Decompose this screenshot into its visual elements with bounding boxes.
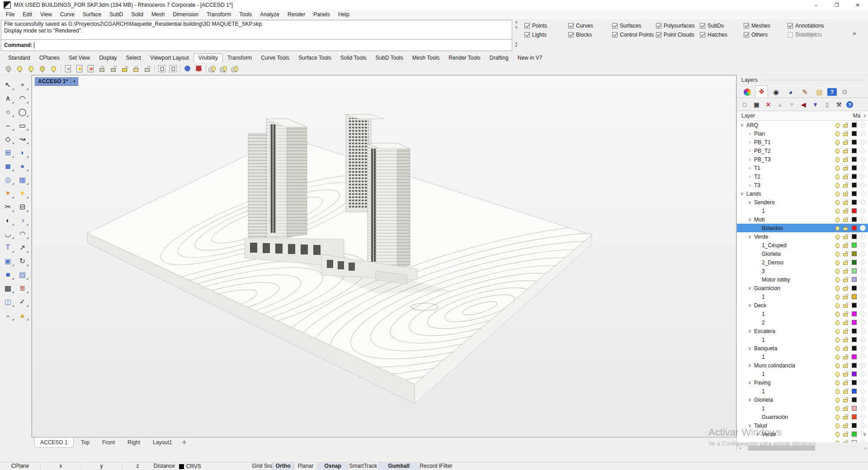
menu-item[interactable]: Curve [56, 10, 79, 19]
layer-visibility-bulb-icon[interactable] [835, 381, 840, 385]
expand-chevron-icon[interactable]: ∨ [746, 303, 753, 308]
layer-visibility-bulb-icon[interactable] [835, 235, 840, 239]
offset-surface-icon[interactable]: ◫ [1, 296, 15, 308]
layer-row[interactable]: 3 [737, 267, 868, 275]
layer-name[interactable]: T2 [753, 174, 835, 180]
layer-visibility-bulb-icon[interactable] [835, 174, 840, 179]
fillet-curve-icon[interactable]: ◡ [1, 228, 15, 240]
expand-chevron-icon[interactable]: ∨ [746, 200, 753, 205]
filter-checkbox[interactable]: Curves [568, 22, 612, 29]
layer-row[interactable]: ∨ ARQ [737, 121, 868, 129]
layer-color-swatch[interactable] [852, 226, 857, 230]
layer-name[interactable]: T1 [753, 165, 835, 171]
lock-objects-icon[interactable] [96, 63, 108, 74]
layer-lock-icon[interactable] [843, 442, 848, 442]
hide-objects-icon[interactable] [3, 63, 14, 74]
layer-color-swatch[interactable] [852, 174, 857, 179]
layer-material-icon[interactable] [860, 328, 866, 334]
spin-down-icon[interactable]: ▼ [515, 45, 518, 48]
layer-material-icon[interactable] [860, 414, 866, 420]
layer-material-icon[interactable] [860, 131, 866, 136]
arc-icon[interactable]: ⌢ [1, 119, 15, 132]
layer-color-swatch[interactable] [852, 183, 857, 188]
layer-help-icon[interactable]: ? [846, 101, 853, 108]
layer-row[interactable]: Bolardos [737, 224, 868, 232]
expand-chevron-icon[interactable]: › [746, 174, 753, 179]
filter-checkbox[interactable]: Surfaces [612, 22, 656, 29]
layer-lock-icon[interactable] [843, 279, 848, 282]
menu-item[interactable]: Transform [203, 10, 235, 19]
layer-row[interactable]: Glorieta [737, 249, 868, 258]
layer-row[interactable]: › T3 [737, 181, 868, 189]
command-input[interactable]: Command: [1, 40, 512, 51]
layer-name[interactable]: 2 [761, 320, 835, 326]
layer-lock-icon[interactable] [843, 399, 848, 402]
layer-material-icon[interactable] [860, 191, 866, 197]
layer-lock-icon[interactable] [843, 348, 848, 351]
text-icon[interactable]: T [1, 241, 15, 254]
layer-name[interactable]: Mob [753, 216, 835, 223]
layer-color-swatch[interactable] [852, 303, 857, 308]
toolbar-tab[interactable]: Visibility [193, 53, 223, 62]
toolbar-tab[interactable]: Display [94, 54, 121, 62]
filter-checkbox[interactable]: Hatches [700, 31, 744, 38]
viewport-tab[interactable]: Top [75, 437, 95, 448]
filter-checkbox[interactable]: Points [524, 22, 568, 29]
layer-row[interactable]: › PB_T3 [737, 155, 868, 164]
layer-visibility-bulb-icon[interactable] [835, 423, 840, 428]
layer-lock-icon[interactable] [843, 408, 848, 411]
checkbox-icon[interactable] [700, 23, 705, 28]
unisolate-objects-icon[interactable] [193, 63, 204, 74]
layer-lock-icon[interactable] [843, 382, 848, 385]
filter-checkbox[interactable]: SubDs [700, 22, 744, 29]
layer-lock-icon[interactable] [843, 253, 848, 256]
layer-color-swatch[interactable] [852, 320, 857, 325]
layer-lock-icon[interactable] [843, 322, 848, 325]
viewport-tab[interactable]: ACCESO 1 [34, 437, 74, 448]
layer-name[interactable]: ARQ [745, 122, 835, 128]
expand-chevron-icon[interactable]: › [746, 165, 753, 170]
3d-model-canvas[interactable] [32, 75, 736, 437]
layer-color-swatch[interactable] [852, 208, 857, 213]
new-layer-icon[interactable]: □ [741, 100, 749, 109]
layer-material-icon[interactable] [860, 388, 866, 394]
scroll-down-icon[interactable]: ∨ [863, 432, 866, 437]
layer-color-swatch[interactable] [852, 157, 857, 162]
layer-row[interactable]: 2 [737, 318, 868, 327]
menu-item[interactable]: View [36, 10, 56, 19]
checkbox-icon[interactable] [568, 23, 574, 28]
box-icon[interactable]: ◼ [1, 160, 15, 172]
layer-lock-icon[interactable] [843, 425, 848, 428]
layer-row[interactable]: 1 [737, 352, 868, 361]
array-grid-icon[interactable]: ▩ [1, 282, 15, 294]
layer-color-swatch[interactable] [852, 397, 857, 402]
ellipse-icon[interactable]: ◯ [16, 106, 29, 118]
layer-name[interactable]: Paving [753, 380, 835, 386]
control-point-curve-icon[interactable]: ∧ [1, 92, 15, 104]
swap-locked-icon[interactable] [130, 63, 142, 74]
expand-chevron-icon[interactable]: ∨ [746, 346, 753, 351]
checkbox-icon[interactable] [524, 23, 530, 28]
layer-visibility-bulb-icon[interactable] [835, 363, 840, 368]
layer-lock-icon[interactable] [843, 219, 848, 222]
layer-lock-icon[interactable] [843, 244, 848, 248]
layer-visibility-bulb-icon[interactable] [835, 166, 840, 170]
status-toggle[interactable]: SmartTrack [349, 462, 378, 470]
settings-panel-tab-icon[interactable]: ⚙ [838, 86, 851, 98]
filter-layers-icon[interactable]: ▼ [811, 100, 820, 109]
layer-name[interactable]: 1 [761, 311, 835, 317]
layer-color-swatch[interactable] [852, 268, 857, 273]
layer-lock-icon[interactable] [843, 416, 848, 419]
layer-material-icon[interactable] [860, 311, 866, 317]
new-sublayer-icon[interactable]: ▣ [752, 100, 761, 109]
layer-name[interactable]: Glorieta [761, 251, 835, 257]
layer-lock-icon[interactable] [843, 133, 848, 136]
expand-chevron-icon[interactable]: ∨ [746, 329, 753, 334]
trim-icon[interactable]: ✂ [1, 201, 15, 213]
layer-visibility-bulb-icon[interactable] [835, 398, 840, 402]
layer-name[interactable]: T3 [753, 182, 835, 188]
layer-material-icon[interactable] [860, 139, 866, 145]
layer-name[interactable]: PB_T3 [753, 156, 835, 163]
surface-grid-icon[interactable]: ▦ [16, 174, 29, 186]
expand-chevron-icon[interactable]: › [746, 140, 753, 145]
